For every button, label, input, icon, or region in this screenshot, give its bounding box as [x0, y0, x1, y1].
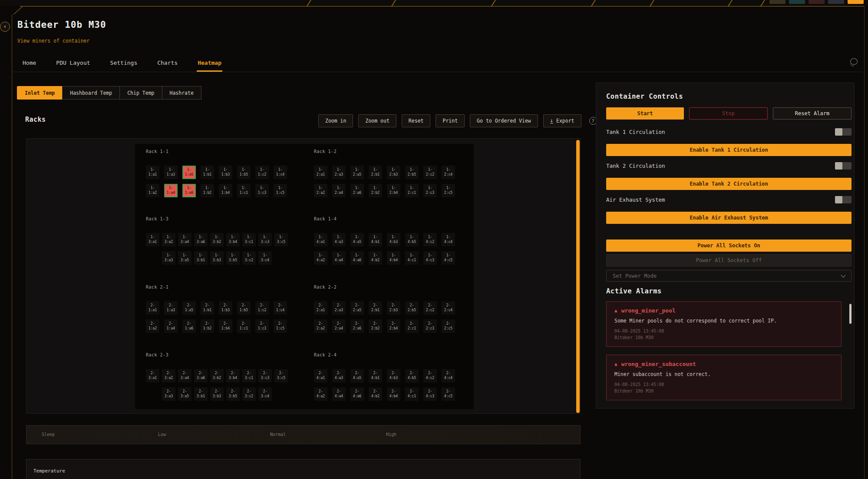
miner-cell-1-1-b2[interactable]: 1-1:b2 — [201, 184, 214, 197]
miner-cell-1-2-a3[interactable]: 1-2:a3 — [332, 166, 346, 179]
miner-cell-2-1-a2[interactable]: 2-1:a2 — [146, 319, 159, 333]
power-mode-select[interactable]: Set Power Mode — [606, 270, 851, 282]
miner-cell-1-3-b3[interactable]: 1-3:b3 — [210, 251, 224, 265]
miner-cell-2-3-a4[interactable]: 2-3:a4 — [178, 369, 191, 383]
miner-cell-2-3-a2[interactable]: 2-3:a2 — [162, 369, 175, 383]
miner-cell-2-2-b4[interactable]: 2-2:b4 — [387, 319, 400, 333]
miner-cell-2-1-b1[interactable]: 2-1:b1 — [201, 301, 214, 315]
miner-cell-1-4-a3[interactable]: 1-4:a3 — [332, 233, 346, 246]
miner-cell-1-3-a3[interactable]: 1-3:a3 — [162, 251, 175, 265]
miner-cell-2-2-a5[interactable]: 2-2:a5 — [350, 301, 364, 315]
miner-cell-2-2-b1[interactable]: 2-2:b1 — [369, 301, 382, 315]
alarm-card-wrong-miner-subaccount[interactable]: ▲wrong_miner_subaccountMiner subaccount … — [606, 355, 842, 400]
miner-cell-2-1-c5[interactable]: 2-1:c5 — [274, 319, 287, 333]
miner-cell-1-2-a5[interactable]: 1-2:a5 — [350, 166, 364, 179]
miner-cell-1-3-b1[interactable]: 1-3:b1 — [194, 251, 208, 265]
miner-cell-1-1-c1[interactable]: 1-1:c1 — [237, 184, 251, 197]
miner-cell-1-1-a6[interactable]: 1-1:a6 — [182, 184, 196, 197]
miner-cell-1-2-b2[interactable]: 1-2:b2 — [369, 184, 382, 197]
miner-cell-1-4-a4[interactable]: 1-4:a4 — [332, 251, 346, 265]
miner-cell-2-1-a3[interactable]: 2-1:a3 — [164, 301, 178, 315]
miner-cell-1-2-a2[interactable]: 1-2:a2 — [314, 184, 327, 197]
tab-pdu-layout[interactable]: PDU Layout — [55, 57, 91, 72]
stop-button[interactable]: Stop — [689, 107, 768, 120]
zoom-in-button[interactable]: Zoom in — [318, 114, 353, 127]
miner-cell-2-4-c4[interactable]: 2-4:c4 — [442, 369, 455, 383]
miner-cell-2-4-a1[interactable]: 2-4:a1 — [314, 369, 327, 383]
tab-heatmap[interactable]: Heatmap — [197, 57, 222, 72]
miner-cell-1-1-a3[interactable]: 1-1:a3 — [164, 166, 178, 179]
metric-tab-inlet-temp[interactable]: Inlet Temp — [17, 86, 63, 100]
power-all-on-button[interactable]: Power All Sockets On — [606, 240, 851, 252]
miner-cell-1-3-b2[interactable]: 1-3:b2 — [210, 233, 224, 246]
miner-cell-2-1-a6[interactable]: 2-1:a6 — [182, 319, 196, 333]
miner-cell-2-1-b2[interactable]: 2-1:b2 — [201, 319, 214, 333]
miner-cell-2-4-b4[interactable]: 2-4:b4 — [387, 387, 400, 401]
miner-cell-2-4-b5[interactable]: 2-4:b5 — [405, 369, 419, 383]
miner-cell-1-4-a6[interactable]: 1-4:a6 — [350, 251, 364, 265]
miner-cell-1-4-c4[interactable]: 1-4:c4 — [442, 233, 455, 246]
miner-cell-1-3-a1[interactable]: 1-3:a1 — [146, 233, 159, 246]
miner-cell-2-3-a6[interactable]: 2-3:a6 — [194, 369, 208, 383]
miner-cell-1-2-b3[interactable]: 1-2:b3 — [387, 166, 400, 179]
miner-cell-2-3-b3[interactable]: 2-3:b3 — [210, 387, 224, 401]
metric-tab-chip-temp[interactable]: Chip Temp — [119, 86, 162, 100]
miner-cell-1-3-a6[interactable]: 1-3:a6 — [194, 233, 208, 246]
miner-cell-2-4-c1[interactable]: 2-4:c1 — [405, 387, 419, 401]
miner-cell-2-2-c1[interactable]: 2-2:c1 — [405, 319, 419, 333]
miner-cell-1-3-a4[interactable]: 1-3:a4 — [178, 233, 191, 246]
miner-cell-2-2-b2[interactable]: 2-2:b2 — [369, 319, 382, 333]
miner-cell-2-4-b1[interactable]: 2-4:b1 — [369, 369, 382, 383]
miner-cell-1-2-b4[interactable]: 1-2:b4 — [387, 184, 400, 197]
miner-cell-2-1-b4[interactable]: 2-1:b4 — [219, 319, 232, 333]
chat-bubble-icon[interactable] — [850, 58, 858, 65]
miner-cell-1-2-c2[interactable]: 1-2:c2 — [423, 166, 437, 179]
alarm-card-wrong-miner-pool[interactable]: ▲wrong_miner_poolSome Miner pools do not… — [606, 301, 842, 347]
miner-cell-1-1-a1[interactable]: 1-1:a1 — [146, 166, 159, 179]
miner-cell-1-2-b5[interactable]: 1-2:b5 — [405, 166, 419, 179]
miner-cell-2-2-c2[interactable]: 2-2:c2 — [423, 301, 437, 315]
miner-cell-2-3-b2[interactable]: 2-3:b2 — [210, 369, 224, 383]
miner-cell-2-2-c5[interactable]: 2-2:c5 — [442, 319, 455, 333]
miner-cell-2-4-a4[interactable]: 2-4:a4 — [332, 387, 346, 401]
miner-cell-1-2-c1[interactable]: 1-2:c1 — [405, 184, 419, 197]
miner-cell-1-3-a5[interactable]: 1-3:a5 — [178, 251, 191, 265]
miner-cell-1-3-b4[interactable]: 1-3:b4 — [226, 233, 240, 246]
enable-tank-1-circulation-button[interactable]: Enable Tank 1 Circulation — [606, 144, 851, 156]
miner-cell-1-1-b5[interactable]: 1-1:b5 — [237, 166, 251, 179]
miner-cell-2-3-b5[interactable]: 2-3:b5 — [226, 387, 240, 401]
miner-cell-1-2-a6[interactable]: 1-2:a6 — [350, 184, 364, 197]
miner-cell-1-2-a4[interactable]: 1-2:a4 — [332, 184, 346, 197]
miner-cell-2-4-a3[interactable]: 2-4:a3 — [332, 369, 346, 383]
enable-tank-2-circulation-button[interactable]: Enable Tank 2 Circulation — [606, 178, 851, 190]
miner-cell-2-1-c2[interactable]: 2-1:c2 — [255, 301, 269, 315]
miner-cell-2-3-a3[interactable]: 2-3:a3 — [162, 387, 175, 401]
miner-cell-1-1-a4[interactable]: 1-1:a4 — [164, 184, 178, 197]
miner-cell-2-2-a1[interactable]: 2-2:a1 — [314, 301, 327, 315]
miner-cell-2-2-b5[interactable]: 2-2:b5 — [405, 301, 419, 315]
miner-cell-2-4-a5[interactable]: 2-4:a5 — [350, 369, 364, 383]
miner-cell-2-4-c2[interactable]: 2-4:c2 — [423, 369, 437, 383]
tab-charts[interactable]: Charts — [156, 57, 178, 72]
miner-cell-2-2-a4[interactable]: 2-2:a4 — [332, 319, 346, 333]
miner-cell-1-4-a1[interactable]: 1-4:a1 — [314, 233, 327, 246]
alarm-list-scrollbar[interactable] — [849, 304, 851, 324]
miner-cell-2-1-c1[interactable]: 2-1:c1 — [237, 319, 251, 333]
print-button[interactable]: Print — [436, 114, 465, 127]
miner-cell-1-3-b5[interactable]: 1-3:b5 — [226, 251, 240, 265]
miner-cell-2-2-c4[interactable]: 2-2:c4 — [442, 301, 455, 315]
miner-cell-1-2-b1[interactable]: 1-2:b1 — [369, 166, 382, 179]
miner-cell-1-4-b4[interactable]: 1-4:b4 — [387, 251, 400, 265]
miner-cell-1-2-a1[interactable]: 1-2:a1 — [314, 166, 327, 179]
miner-cell-1-1-c2[interactable]: 1-1:c2 — [255, 166, 269, 179]
miner-cell-2-3-a5[interactable]: 2-3:a5 — [178, 387, 191, 401]
miner-cell-2-2-a6[interactable]: 2-2:a6 — [350, 319, 364, 333]
miner-cell-2-3-c1[interactable]: 2-3:c1 — [242, 369, 256, 383]
export-button[interactable]: ↓Export — [543, 114, 581, 127]
reset-alarm-button[interactable]: Reset Alarm — [773, 107, 851, 120]
miner-cell-1-3-c2[interactable]: 1-3:c2 — [242, 251, 256, 265]
miner-cell-1-1-b1[interactable]: 1-1:b1 — [201, 166, 214, 179]
zoom-out-button[interactable]: Zoom out — [358, 114, 396, 127]
miner-cell-1-4-c1[interactable]: 1-4:c1 — [405, 251, 419, 265]
miner-cell-2-4-c3[interactable]: 2-4:c3 — [423, 387, 437, 401]
